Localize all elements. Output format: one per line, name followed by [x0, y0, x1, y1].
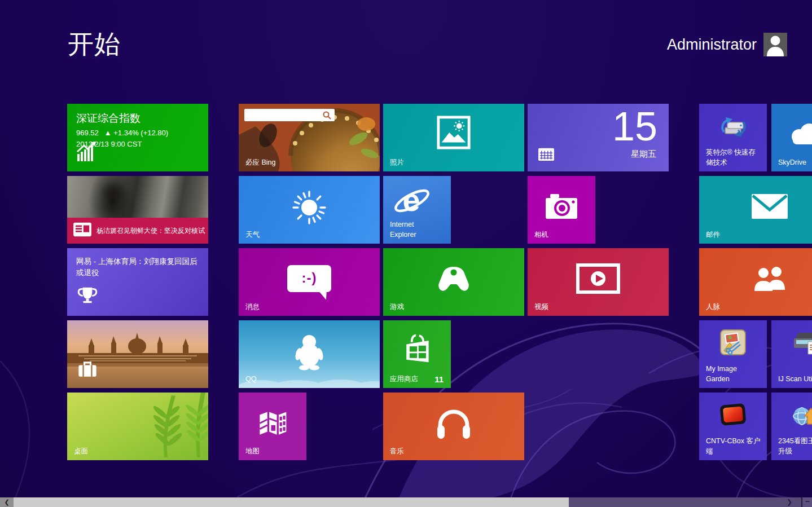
weather-label: 天气: [245, 230, 260, 240]
tile-maps[interactable]: 地图: [239, 393, 306, 460]
stock-change: ▲ +1.34% (+12.80): [104, 129, 168, 137]
user-avatar-icon: [763, 33, 787, 56]
game-controller-icon: [432, 265, 475, 299]
calendar-icon: [538, 147, 555, 164]
tile-store[interactable]: 应用商店 11: [383, 320, 451, 388]
svg-text:e: e: [402, 183, 420, 218]
mail-envelope-icon: [750, 193, 789, 222]
tile-qq[interactable]: QQ: [239, 320, 380, 388]
tile-photos[interactable]: 照片: [383, 104, 524, 171]
store-label: 应用商店: [390, 374, 418, 384]
tile-cntv-cbox[interactable]: CNTV-CBox 客户端: [699, 393, 767, 460]
page-title: 开始: [68, 27, 121, 62]
scanner-icon: [791, 329, 812, 360]
tile-calendar[interactable]: 15 星期五: [528, 104, 669, 171]
calendar-weekday: 星期五: [631, 149, 656, 160]
newspaper-icon: [73, 222, 91, 240]
intel-storage-icon: [718, 113, 748, 144]
tile-desktop[interactable]: 桌面: [67, 393, 208, 460]
store-bag-icon: [400, 330, 434, 368]
photos-label: 照片: [390, 158, 404, 167]
ij-scan-label: IJ Scan Utility: [778, 374, 812, 385]
tile-news[interactable]: 杨洁篪召见朝鲜大使：坚决反对核试: [67, 176, 208, 244]
tile-bing[interactable]: 必应 Bing: [239, 104, 380, 171]
qq-background: [239, 320, 380, 388]
tile-people[interactable]: 人脉: [699, 248, 812, 316]
tile-travel-photo[interactable]: [67, 320, 208, 388]
stock-title: 深证综合指数: [76, 111, 199, 126]
tile-weather[interactable]: 天气: [239, 176, 380, 244]
people-icon: [751, 266, 788, 296]
my-image-garden-icon: [719, 328, 747, 359]
tile-internet-explorer[interactable]: e Internet Explorer: [383, 176, 451, 244]
tile-music[interactable]: 音乐: [383, 393, 524, 460]
tile-video[interactable]: 视频: [528, 248, 669, 316]
tile-messages[interactable]: :-) 消息: [239, 248, 380, 316]
upgrade-2345-label: 2345看图王版本升级: [778, 437, 812, 456]
tile-2345-upgrade[interactable]: 2345看图王版本升级: [771, 393, 812, 460]
photo-frame-icon: [436, 115, 471, 152]
netease-headline: 网易 - 上海体育局：刘翔康复回国后或退役: [67, 248, 208, 287]
video-player-icon: [576, 263, 621, 297]
news-photo: [67, 176, 208, 218]
my-image-garden-label: My Image Garden: [706, 364, 761, 384]
suitcase-icon: [76, 358, 99, 381]
tile-mail[interactable]: 邮件: [699, 176, 812, 244]
tile-games[interactable]: 游戏: [383, 248, 524, 316]
stock-chart-icon: [76, 142, 99, 164]
desktop-wallpaper: [67, 393, 208, 460]
tile-netease-news[interactable]: 网易 - 上海体育局：刘翔康复回国后或退役: [67, 248, 208, 316]
music-label: 音乐: [390, 447, 404, 456]
calendar-day: 15: [612, 106, 657, 147]
cntv-label: CNTV-CBox 客户端: [706, 437, 761, 456]
store-badge: 11: [434, 374, 444, 384]
bing-label: 必应 Bing: [245, 158, 276, 167]
user-tile[interactable]: Administrator: [667, 33, 787, 56]
headphones-icon: [433, 404, 474, 443]
tile-stock-index[interactable]: 深证综合指数 969.52▲ +1.34% (+12.80) 2013/2/13…: [67, 104, 208, 171]
tile-ij-scan-utility[interactable]: IJ Scan Utility: [771, 320, 812, 388]
tile-camera[interactable]: 相机: [528, 176, 595, 244]
map-icon: [257, 407, 288, 439]
scrollbar-thumb[interactable]: [14, 497, 569, 507]
games-label: 游戏: [390, 302, 404, 312]
chat-bubble-icon: :-): [287, 265, 331, 292]
semantic-zoom-out-button[interactable]: −: [802, 497, 812, 507]
scroll-left-button[interactable]: ❮: [0, 497, 14, 507]
camera-icon: [543, 189, 580, 224]
cntv-tv-icon: [718, 402, 748, 430]
messages-label: 消息: [245, 302, 260, 312]
tile-my-image-garden[interactable]: My Image Garden: [699, 320, 767, 388]
globe-upgrade-icon: [791, 402, 812, 431]
horizontal-scrollbar[interactable]: ❮ ❯ −: [0, 497, 812, 507]
start-screen: 开始 Administrator 深证综合指数 969.52▲ +1.34% (…: [0, 0, 812, 507]
skydrive-label: SkyDrive: [778, 158, 806, 167]
search-icon: [322, 111, 332, 120]
smiley-text: :-): [287, 265, 331, 291]
internet-explorer-icon: e: [392, 183, 433, 222]
sun-icon: [290, 188, 328, 229]
news-headline: 杨洁篪召见朝鲜大使：坚决反对核试: [96, 226, 207, 236]
scroll-right-button[interactable]: ❯: [781, 497, 798, 507]
ie-label: Internet Explorer: [390, 219, 438, 240]
qq-label: QQ: [245, 374, 256, 384]
maps-label: 地图: [245, 447, 260, 456]
intel-label: 英特尔® 快速存储技术: [706, 148, 761, 167]
tile-intel-rst[interactable]: 英特尔® 快速存储技术: [699, 104, 767, 171]
tile-skydrive[interactable]: SkyDrive: [771, 104, 812, 171]
mail-label: 邮件: [706, 230, 720, 240]
cloud-icon: [784, 121, 812, 150]
trophy-icon: [76, 284, 99, 308]
bing-search-input[interactable]: [244, 109, 335, 121]
people-label: 人脉: [706, 302, 720, 312]
news-banner: 杨洁篪召见朝鲜大使：坚决反对核试: [67, 218, 208, 244]
camera-label: 相机: [534, 230, 548, 240]
user-name: Administrator: [667, 36, 757, 54]
desktop-label: 桌面: [74, 447, 88, 456]
stock-value: 969.52: [76, 129, 99, 137]
video-label: 视频: [534, 302, 548, 312]
